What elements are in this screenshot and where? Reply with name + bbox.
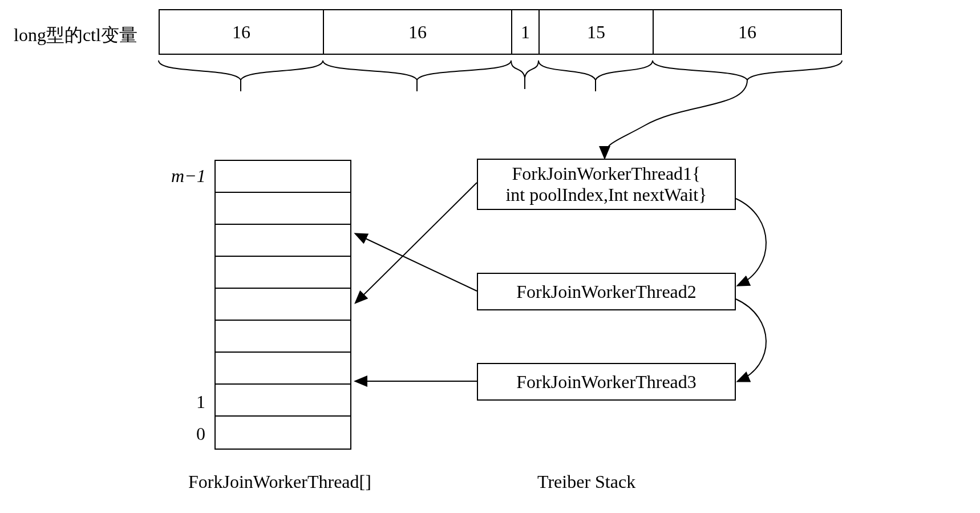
- array-cell: [216, 417, 350, 449]
- array-index-0: 0: [171, 423, 205, 445]
- worker-thread-array: [214, 160, 351, 450]
- array-cell: [216, 193, 350, 225]
- bitfield-segment-5: 16: [654, 10, 841, 54]
- svg-line-4: [356, 183, 477, 302]
- array-cell: [216, 353, 350, 385]
- stack-node-1: ForkJoinWorkerThread1{ int poolIndex,Int…: [477, 159, 736, 210]
- array-cell: [216, 257, 350, 289]
- array-caption: ForkJoinWorkerThread[]: [188, 471, 371, 492]
- array-index-1: 1: [171, 391, 205, 413]
- stack-node-1-line1: ForkJoinWorkerThread1{: [512, 163, 701, 184]
- array-cell: [216, 289, 350, 321]
- stack-caption: Treiber Stack: [537, 471, 635, 492]
- stack-node-2: ForkJoinWorkerThread2: [477, 273, 736, 310]
- array-index-top: m−1: [171, 165, 205, 187]
- array-cell: [216, 161, 350, 193]
- bitfield-segment-3: 1: [512, 10, 540, 54]
- bitfield-container: 16 16 1 15 16: [159, 9, 842, 55]
- ctl-variable-label: long型的ctl变量: [14, 23, 137, 48]
- ctl-forkjoin-diagram: long型的ctl变量 16 16 1 15 16 m−1 1 0 ForkJo…: [0, 0, 980, 513]
- bitfield-segment-2: 16: [324, 10, 512, 54]
- array-cell: [216, 385, 350, 417]
- array-cell: [216, 321, 350, 353]
- stack-node-3: ForkJoinWorkerThread3: [477, 363, 736, 401]
- svg-line-5: [356, 234, 477, 291]
- array-cell: [216, 225, 350, 257]
- bitfield-segment-1: 16: [160, 10, 324, 54]
- stack-node-1-line2: int poolIndex,Int nextWait}: [505, 184, 707, 205]
- arrows-overlay: [0, 0, 980, 513]
- bitfield-segment-4: 15: [540, 10, 654, 54]
